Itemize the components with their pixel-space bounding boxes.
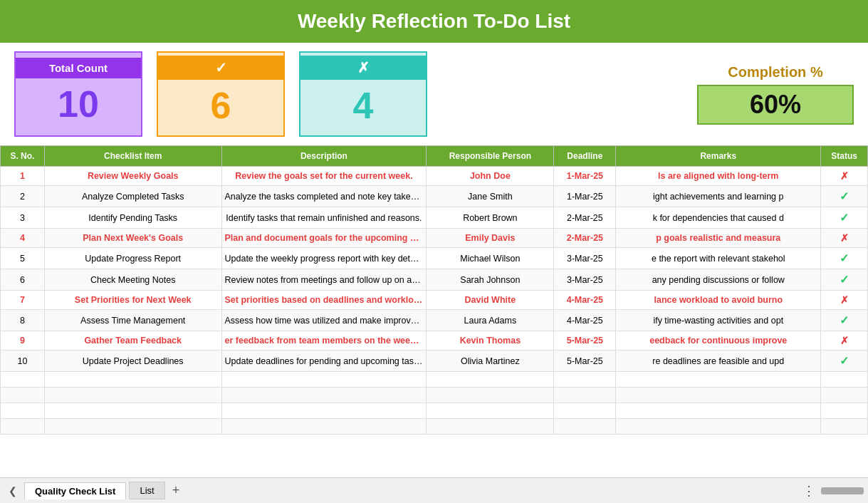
table-row: 4 Plan Next Week's Goals Plan and docume…	[1, 229, 868, 248]
cell-status: ✗	[821, 229, 868, 248]
cell-description: Update deadlines for pending and upcomin…	[221, 351, 427, 372]
cell-remarks: ify time-wasting activities and opt	[616, 310, 821, 331]
table-row: 8 Assess Time Management Assess how time…	[1, 310, 868, 331]
status-check-icon: ✓	[840, 252, 849, 264]
table-row: 3 Identify Pending Tasks Identify tasks …	[1, 207, 868, 229]
table-row-empty	[1, 419, 868, 435]
x-value: 4	[353, 80, 374, 132]
status-check-icon: ✓	[840, 190, 849, 202]
cell-item: Analyze Completed Tasks	[44, 186, 221, 207]
cell-sno: 5	[1, 248, 45, 269]
cell-description: er feedback from team members on the wee…	[221, 331, 427, 351]
cell-item: Review Weekly Goals	[44, 167, 221, 186]
cell-status: ✗	[821, 331, 868, 351]
cell-description: Plan and document goals for the upcoming…	[221, 229, 427, 248]
col-description: Description	[221, 146, 427, 167]
table-row-empty	[1, 372, 868, 388]
cell-deadline: 2-Mar-25	[554, 229, 616, 248]
cell-deadline: 2-Mar-25	[554, 207, 616, 229]
cell-deadline: 4-Mar-25	[554, 310, 616, 331]
status-check-icon: ✓	[840, 314, 849, 326]
table-row: 6 Check Meeting Notes Review notes from …	[1, 269, 868, 291]
completion-card: Completion % 60%	[697, 64, 854, 125]
cell-deadline: 5-Mar-25	[554, 351, 616, 372]
cell-description: Review notes from meetings and follow up…	[221, 269, 427, 291]
bottom-bar: ❮ Quality Check List List + ⋮	[0, 477, 868, 503]
cell-person: Jane Smith	[427, 186, 554, 207]
cell-remarks: re deadlines are feasible and upd	[616, 351, 821, 372]
bottom-right-controls: ⋮	[802, 483, 864, 499]
col-sno: S. No.	[1, 146, 45, 167]
cell-person: Laura Adams	[427, 310, 554, 331]
cell-deadline: 1-Mar-25	[554, 167, 616, 186]
completion-value: 60%	[750, 90, 801, 120]
tab-list[interactable]: List	[129, 482, 164, 499]
cell-item: Update Project Deadlines	[44, 351, 221, 372]
cell-status: ✓	[821, 207, 868, 229]
tab-add-button[interactable]: +	[168, 483, 184, 498]
cell-remarks: ls are aligned with long-term	[616, 167, 821, 186]
cell-deadline: 5-Mar-25	[554, 331, 616, 351]
check-icon: ✓	[158, 56, 283, 80]
cell-description: Analyze the tasks completed and note key…	[221, 186, 427, 207]
cell-description: Set priorities based on deadlines and wo…	[221, 291, 427, 310]
cell-sno: 8	[1, 310, 45, 331]
page-header: Weekly Reflection To-Do List	[0, 0, 868, 43]
cell-sno: 6	[1, 269, 45, 291]
cell-item: Assess Time Management	[44, 310, 221, 331]
cell-status: ✗	[821, 167, 868, 186]
completion-box: 60%	[697, 85, 854, 125]
table-row: 5 Update Progress Report Update the week…	[1, 248, 868, 269]
checklist-table-container: S. No. Checklist Item Description Respon…	[0, 145, 868, 435]
cell-deadline: 1-Mar-25	[554, 186, 616, 207]
cell-status: ✓	[821, 186, 868, 207]
cell-sno: 7	[1, 291, 45, 310]
summary-row: Total Count 10 ✓ 6 ✗ 4 Completion % 60%	[0, 43, 868, 145]
scrollbar-thumb[interactable]	[821, 487, 864, 494]
status-x-icon: ✗	[840, 170, 849, 182]
cell-deadline: 3-Mar-25	[554, 248, 616, 269]
table-row: 7 Set Priorities for Next Week Set prior…	[1, 291, 868, 310]
table-row-empty	[1, 403, 868, 419]
col-status: Status	[821, 146, 868, 167]
x-card: ✗ 4	[299, 51, 427, 137]
status-check-icon: ✓	[840, 274, 849, 286]
x-icon: ✗	[300, 56, 426, 80]
cell-remarks: ight achievements and learning p	[616, 186, 821, 207]
nav-prev-arrow[interactable]: ❮	[4, 484, 21, 498]
table-row: 9 Gather Team Feedback er feedback from …	[1, 331, 868, 351]
cell-person: Michael Wilson	[427, 248, 554, 269]
page-title: Weekly Reflection To-Do List	[0, 10, 868, 33]
cell-status: ✓	[821, 310, 868, 331]
cell-sno: 4	[1, 229, 45, 248]
cell-remarks: lance workload to avoid burno	[616, 291, 821, 310]
cell-item: Check Meeting Notes	[44, 269, 221, 291]
more-options-icon[interactable]: ⋮	[802, 483, 815, 499]
tab-quality-check-list[interactable]: Quality Check List	[24, 482, 126, 499]
table-row: 2 Analyze Completed Tasks Analyze the ta…	[1, 186, 868, 207]
cell-description: Review the goals set for the current wee…	[221, 167, 427, 186]
cell-sno: 2	[1, 186, 45, 207]
cell-person: David White	[427, 291, 554, 310]
cell-remarks: p goals realistic and measura	[616, 229, 821, 248]
col-remarks: Remarks	[616, 146, 821, 167]
cell-item: Identify Pending Tasks	[44, 207, 221, 229]
table-header-row: S. No. Checklist Item Description Respon…	[1, 146, 868, 167]
cell-person: Sarah Johnson	[427, 269, 554, 291]
cell-item: Gather Team Feedback	[44, 331, 221, 351]
status-x-icon: ✗	[840, 294, 849, 306]
cell-remarks: k for dependencies that caused d	[616, 207, 821, 229]
total-count-label: Total Count	[16, 58, 141, 78]
cell-person: Emily Davis	[427, 229, 554, 248]
col-deadline: Deadline	[554, 146, 616, 167]
total-count-card: Total Count 10	[14, 51, 142, 137]
cell-status: ✓	[821, 351, 868, 372]
cell-status: ✓	[821, 248, 868, 269]
cell-deadline: 4-Mar-25	[554, 291, 616, 310]
completion-label: Completion %	[728, 64, 822, 81]
col-item: Checklist Item	[44, 146, 221, 167]
cell-item: Update Progress Report	[44, 248, 221, 269]
cell-remarks: any pending discussions or follow	[616, 269, 821, 291]
cell-sno: 9	[1, 331, 45, 351]
status-x-icon: ✗	[840, 335, 849, 346]
